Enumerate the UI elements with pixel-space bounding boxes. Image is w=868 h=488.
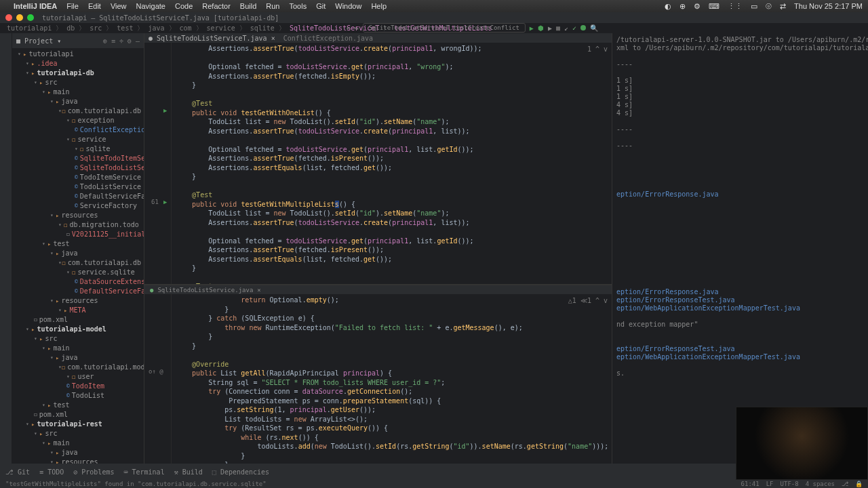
tree-node[interactable]: ©SqliteTodoItemService bbox=[12, 154, 144, 163]
tree-node[interactable]: ▾◻com.tutorialapi.model bbox=[12, 363, 144, 372]
menu-navigate[interactable]: Navigate bbox=[136, 2, 165, 10]
tree-node[interactable]: ▾▸resources bbox=[12, 211, 144, 220]
battery-icon[interactable]: ▭ bbox=[751, 2, 757, 11]
tray-icon[interactable]: ⚙ bbox=[694, 2, 701, 11]
breadcrumb-item[interactable]: tutorialapi bbox=[7, 24, 52, 32]
project-tree[interactable]: ▾▸tutorialapi▾▸.idea▾▸tutorialapi-db▾▸sr… bbox=[12, 48, 144, 467]
build-tab[interactable]: ⚒ Build bbox=[174, 468, 203, 476]
tree-node[interactable]: ▾▸src bbox=[12, 429, 144, 439]
app-menu[interactable]: IntelliJ IDEA bbox=[14, 2, 57, 10]
editor-gutter[interactable]: ▶ 61 ▶ bbox=[144, 43, 172, 284]
split-tab-label[interactable]: SqliteTodoListService.java bbox=[157, 287, 253, 293]
breadcrumb-item[interactable]: sqlite bbox=[250, 24, 275, 32]
build-output-panel[interactable]: /tutorialapi-server-1.0.0-SNAPSHOT.jar t… bbox=[612, 33, 868, 467]
menu-code[interactable]: Code bbox=[175, 2, 193, 10]
tree-node[interactable]: ▾▸resources bbox=[12, 296, 144, 306]
debug-icon[interactable]: ⬢ bbox=[538, 24, 544, 32]
left-tool-gutter[interactable] bbox=[0, 33, 12, 467]
breadcrumb-item[interactable]: service bbox=[207, 24, 235, 32]
tree-node[interactable]: ▾▸java bbox=[12, 448, 144, 458]
tree-node[interactable]: ▾◻exception bbox=[12, 116, 144, 125]
menu-tools[interactable]: Tools bbox=[290, 2, 307, 10]
control-center-icon[interactable]: ⇄ bbox=[780, 2, 786, 11]
breadcrumb-item[interactable]: db bbox=[66, 24, 75, 32]
tree-node[interactable]: ▾▸main bbox=[12, 87, 144, 97]
git-commit-icon[interactable]: ✓ bbox=[572, 24, 576, 32]
tree-node[interactable]: ▾◻db.migration.todo bbox=[12, 220, 144, 230]
indent-info[interactable]: 4 spaces bbox=[806, 481, 835, 487]
close-tab-icon[interactable]: × bbox=[257, 287, 260, 293]
wifi-icon[interactable]: ⋮⋮ bbox=[728, 2, 743, 11]
editor-pane-bottom[interactable]: △1 ≪1 ^ v o↑ @ return Optional.empty(); … bbox=[144, 294, 612, 467]
select-opened-file-icon[interactable]: ⊕ bbox=[103, 37, 107, 45]
search-all-icon[interactable]: 🔍 bbox=[590, 24, 598, 32]
tree-node[interactable]: ▾▸test bbox=[12, 239, 144, 249]
forward-icon[interactable]: ↪ bbox=[355, 24, 359, 32]
minimize-window-button[interactable] bbox=[16, 14, 23, 21]
tree-node[interactable]: ▾▸tutorialapi bbox=[12, 49, 144, 59]
run-test-icon[interactable]: ▶ bbox=[163, 106, 167, 116]
tree-node[interactable]: ©DefaultServiceFactory bbox=[12, 192, 144, 201]
run-icon[interactable]: ▶ bbox=[530, 24, 534, 32]
tree-node[interactable]: ▾◻service.sqlite bbox=[12, 268, 144, 277]
back-icon[interactable]: ↶ bbox=[347, 24, 351, 32]
caret-position[interactable]: 61:41 bbox=[741, 481, 760, 487]
override-icon[interactable]: o↑ @ bbox=[149, 367, 163, 377]
tree-node[interactable]: ▾▸src bbox=[12, 78, 144, 87]
git-branch-icon[interactable]: ⎇ bbox=[842, 481, 848, 487]
tree-node[interactable]: ◻pom.xml bbox=[12, 315, 144, 325]
terminal-tab[interactable]: ⌨ Terminal bbox=[123, 468, 164, 476]
tree-node[interactable]: ▾▸tutorialapi-db bbox=[12, 68, 144, 78]
problems-tab[interactable]: ⊘ Problems bbox=[73, 468, 114, 476]
tray-icon[interactable]: ◐ bbox=[665, 2, 671, 11]
menu-help[interactable]: Help bbox=[371, 2, 387, 10]
todo-tab[interactable]: ≡ TODO bbox=[39, 468, 64, 476]
tree-node[interactable]: ©DefaultServiceFactoryIT bbox=[12, 287, 144, 296]
tree-node[interactable]: ▾◻service bbox=[12, 135, 144, 144]
breadcrumb-item[interactable]: test bbox=[117, 24, 133, 32]
expand-all-icon[interactable]: ≡ bbox=[111, 37, 115, 45]
settings-icon[interactable]: ⚙ bbox=[127, 37, 132, 45]
breadcrumb-item[interactable]: src bbox=[90, 24, 102, 32]
tree-node[interactable]: ©TodoItem bbox=[12, 382, 144, 391]
tree-node[interactable]: ▾▸java bbox=[12, 353, 144, 363]
tree-node[interactable]: ©TodoItemService bbox=[12, 173, 144, 182]
dependencies-tab[interactable]: ⬚ Dependencies bbox=[212, 468, 269, 476]
tree-node[interactable]: ©DataSourceExtension bbox=[12, 277, 144, 287]
coverage-icon[interactable]: ▶ bbox=[548, 24, 552, 32]
editor-tab[interactable]: ConflictException.java bbox=[283, 35, 373, 42]
menu-view[interactable]: View bbox=[111, 2, 127, 10]
tree-node[interactable]: ▾▸main bbox=[12, 439, 144, 448]
git-update-icon[interactable]: ↙ bbox=[564, 24, 568, 32]
tree-node[interactable]: ▾▸java bbox=[12, 97, 144, 106]
code-content-bottom[interactable]: return Optional.empty(); } } catch (SQLE… bbox=[176, 296, 604, 467]
close-window-button[interactable] bbox=[5, 14, 12, 21]
line-separator[interactable]: LF bbox=[766, 481, 774, 487]
tree-node[interactable]: ©ConflictException bbox=[12, 125, 144, 135]
tree-node[interactable]: ▾▸tutorialapi-model bbox=[12, 325, 144, 334]
tree-node[interactable]: ◻pom.xml bbox=[12, 410, 144, 420]
search-icon[interactable]: ⦾ bbox=[766, 2, 772, 11]
menu-refactor[interactable]: Refactor bbox=[202, 2, 231, 10]
hide-icon[interactable]: – bbox=[136, 37, 140, 45]
tree-node[interactable]: ▾▸src bbox=[12, 334, 144, 344]
tree-node[interactable]: ▾◻com.tutorialapi.db bbox=[12, 106, 144, 116]
tree-node[interactable]: ▾▸java bbox=[12, 249, 144, 258]
tree-node[interactable]: ▾▸META bbox=[12, 306, 144, 315]
menu-edit[interactable]: Edit bbox=[88, 2, 101, 10]
lock-icon[interactable]: 🔒 bbox=[855, 481, 863, 487]
editor-pane-top[interactable]: 1 ^ v ▶ 61 ▶ Assertions.assertTrue(todoL… bbox=[144, 43, 612, 285]
maximize-window-button[interactable] bbox=[27, 14, 34, 21]
tree-node[interactable]: ▾◻com.tutorialapi.db bbox=[12, 258, 144, 268]
tree-node[interactable]: ▾▸.idea bbox=[12, 59, 144, 68]
tree-node[interactable]: ©ServiceFactory bbox=[12, 201, 144, 211]
tray-icon[interactable]: ⊕ bbox=[679, 2, 686, 11]
code-content-top[interactable]: Assertions.assertTrue(todoListService.cr… bbox=[176, 44, 604, 285]
clock[interactable]: Thu Nov 25 2:17 PM bbox=[794, 2, 863, 10]
menu-run[interactable]: Run bbox=[266, 2, 279, 10]
tree-node[interactable]: ▾◻user bbox=[12, 372, 144, 382]
tree-node[interactable]: ▾▸tutorialapi-rest bbox=[12, 420, 144, 429]
menu-build[interactable]: Build bbox=[240, 2, 256, 10]
run-config-selector[interactable]: SqliteTodoListServiceT.testCreateConflic… bbox=[363, 23, 526, 33]
tree-node[interactable]: ©TodoList bbox=[12, 391, 144, 401]
